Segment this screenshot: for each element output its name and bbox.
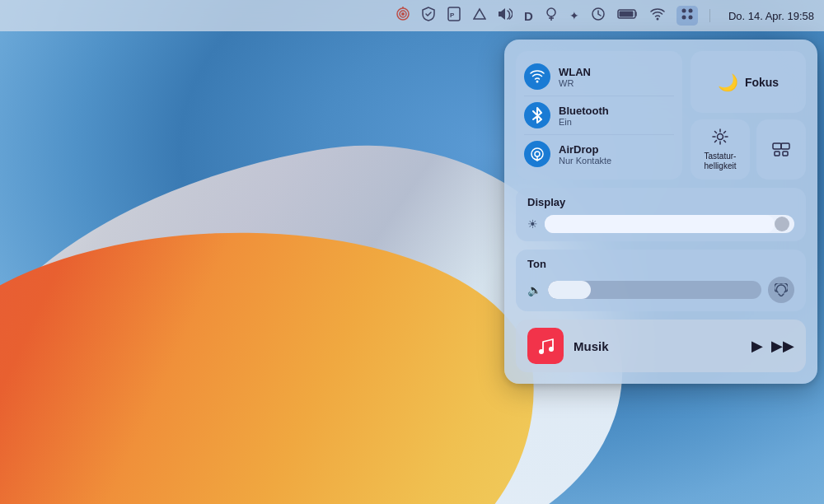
history-menubar-icon[interactable] xyxy=(591,7,606,25)
airdrop-text: AirDrop Nur Kontakte xyxy=(559,143,611,166)
svg-text:P: P xyxy=(450,12,455,19)
battery-menubar-icon[interactable] xyxy=(617,8,639,23)
airdrop-icon xyxy=(524,141,550,167)
cc-connectivity-block: WLAN WR Bluetooth Ein xyxy=(516,51,682,180)
focus-item[interactable]: 🌙 Fokus xyxy=(691,51,806,113)
wlan-icon xyxy=(524,63,550,90)
control-center-menubar-icon[interactable] xyxy=(677,6,698,26)
airdrop-item[interactable]: AirDrop Nur Kontakte xyxy=(524,135,674,173)
radar-menubar-icon[interactable] xyxy=(396,7,410,25)
svg-rect-30 xyxy=(781,143,789,149)
volume-menubar-icon[interactable] xyxy=(498,7,513,24)
ton-section: Ton 🔈 xyxy=(516,250,806,311)
music-forward-button[interactable]: ▶▶ xyxy=(771,337,794,355)
delta-menubar-icon[interactable] xyxy=(473,7,486,24)
svg-point-28 xyxy=(718,134,723,140)
keyboard-brightness-icon xyxy=(711,128,729,150)
password-menubar-icon[interactable] xyxy=(545,7,558,25)
display-section: Display ☀ xyxy=(516,188,806,241)
svg-point-14 xyxy=(688,9,692,13)
pin-menubar-icon[interactable]: ✦ xyxy=(569,9,579,22)
menubar-separator xyxy=(709,9,710,22)
wifi-status-menubar-icon[interactable] xyxy=(650,7,665,24)
cc-secondary-row: Tastatur-helligkeit xyxy=(691,119,806,180)
bluetooth-icon xyxy=(524,102,550,128)
dash-menubar-icon[interactable]: D xyxy=(524,9,533,23)
svg-point-17 xyxy=(536,81,539,83)
music-section: Musik ▶ ▶▶ xyxy=(516,320,806,372)
bluetooth-title: Bluetooth xyxy=(559,105,609,117)
svg-point-19 xyxy=(535,152,540,156)
volume-slider[interactable] xyxy=(548,281,761,299)
cc-top-row: WLAN WR Bluetooth Ein xyxy=(516,51,806,180)
music-app-icon xyxy=(527,328,564,364)
cc-right-col: 🌙 Fokus xyxy=(691,51,806,180)
wlan-title: WLAN xyxy=(559,66,591,78)
svg-rect-11 xyxy=(619,12,633,17)
svg-line-26 xyxy=(724,132,726,133)
svg-line-25 xyxy=(724,141,726,142)
volume-low-icon: 🔈 xyxy=(527,283,541,296)
shield-menubar-icon[interactable] xyxy=(422,7,435,25)
focus-moon-icon: 🌙 xyxy=(718,72,738,92)
svg-rect-29 xyxy=(773,143,781,149)
wlan-subtitle: WR xyxy=(559,78,591,88)
music-controls: ▶ ▶▶ xyxy=(751,337,794,355)
control-center-panel: WLAN WR Bluetooth Ein xyxy=(504,40,817,384)
svg-point-15 xyxy=(681,16,686,20)
svg-point-13 xyxy=(681,9,686,13)
airdrop-subtitle: Nur Kontakte xyxy=(559,156,611,166)
bluetooth-text: Bluetooth Ein xyxy=(559,105,609,127)
keyboard-brightness-label: Tastatur-helligkeit xyxy=(705,152,737,171)
focus-label: Fokus xyxy=(745,76,779,89)
music-title: Musik xyxy=(574,339,742,353)
svg-line-24 xyxy=(715,132,717,133)
menubar: P D ✦ xyxy=(0,0,824,31)
music-play-button[interactable]: ▶ xyxy=(751,337,763,355)
svg-point-16 xyxy=(688,16,692,20)
menubar-icons: P D ✦ xyxy=(396,6,814,26)
svg-rect-31 xyxy=(775,152,780,156)
svg-line-27 xyxy=(715,141,717,142)
display-brightness-slider[interactable] xyxy=(545,215,794,233)
svg-point-34 xyxy=(549,347,554,352)
brightness-sun-icon: ☀ xyxy=(527,217,538,231)
display-title: Display xyxy=(527,196,794,208)
svg-point-2 xyxy=(401,12,405,16)
ton-title: Ton xyxy=(527,258,794,270)
wlan-text: WLAN WR xyxy=(559,66,591,88)
airdrop-title: AirDrop xyxy=(559,143,611,156)
menubar-date: Do. 14. Apr. 19:58 xyxy=(728,10,814,22)
airplay-button[interactable] xyxy=(768,277,794,303)
wlan-item[interactable]: WLAN WR xyxy=(524,58,674,96)
display-slider-row: ☀ xyxy=(527,215,794,233)
svg-point-6 xyxy=(547,8,555,16)
svg-rect-32 xyxy=(783,152,788,156)
screen-mirror-item[interactable] xyxy=(756,119,806,180)
bluetooth-item[interactable]: Bluetooth Ein xyxy=(524,96,674,135)
bluetooth-subtitle: Ein xyxy=(559,117,609,127)
svg-point-12 xyxy=(656,18,658,21)
svg-point-33 xyxy=(539,349,544,354)
keyboard-brightness-item[interactable]: Tastatur-helligkeit xyxy=(691,119,750,180)
pdf-menubar-icon[interactable]: P xyxy=(447,7,461,25)
volume-row: 🔈 xyxy=(527,277,794,303)
